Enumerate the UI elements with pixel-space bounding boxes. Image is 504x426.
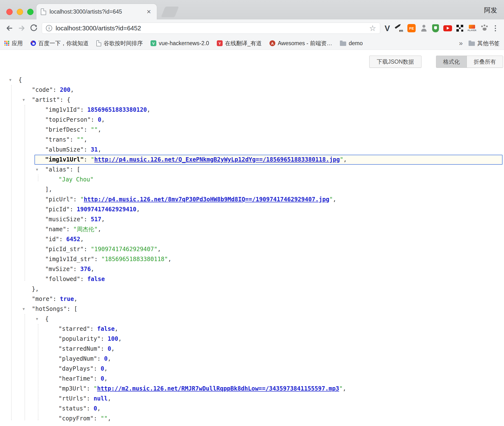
bookmark-item-awesomes[interactable]: Awesomes - 前端资… xyxy=(269,40,332,47)
json-token: : xyxy=(84,216,91,223)
json-token: , xyxy=(70,86,74,93)
json-token: , xyxy=(111,345,115,352)
json-token: "code" xyxy=(32,86,53,93)
format-button[interactable]: 格式化 xyxy=(436,56,467,68)
json-token: "picId_str" xyxy=(45,246,84,253)
json-token: "Jay Chou" xyxy=(59,176,94,183)
v-extension-icon[interactable] xyxy=(385,24,390,32)
json-url-link[interactable]: http://p4.music.126.net/8mv7qP30Pd3oHW8b… xyxy=(84,196,329,203)
bookmarks-overflow-icon[interactable] xyxy=(459,40,463,47)
youtube-extension-icon[interactable] xyxy=(443,25,452,31)
json-token: : xyxy=(84,246,91,253)
json-token: 0 xyxy=(94,405,97,412)
bookmark-item-youdao[interactable]: 在线翻译_有道 xyxy=(217,40,262,47)
back-button[interactable] xyxy=(3,22,16,34)
window-minimize-button[interactable] xyxy=(17,9,23,15)
json-line: ▼"alias": [ xyxy=(0,165,504,175)
window-zoom-button[interactable] xyxy=(27,9,34,15)
download-json-button[interactable]: 下载JSON数据 xyxy=(369,56,421,68)
shield-extension-icon[interactable] xyxy=(432,24,439,32)
json-token: : xyxy=(80,276,87,282)
json-token: , xyxy=(98,146,101,153)
json-token: , xyxy=(74,296,77,302)
bookmarks-bar-right: 其他书签 xyxy=(459,40,500,47)
bookmark-item-apps[interactable]: 应用 xyxy=(4,40,23,47)
json-line: "trans": "", xyxy=(0,135,504,145)
new-tab-button[interactable] xyxy=(161,7,179,17)
indent-guide xyxy=(38,175,38,181)
profile-name[interactable]: 阿发 xyxy=(484,6,497,15)
json-token: true xyxy=(60,296,74,302)
qrcode-extension-icon[interactable] xyxy=(456,25,463,32)
bookmark-item-baidu[interactable]: 百度一下，你就知道 xyxy=(31,40,89,47)
json-token: : xyxy=(59,236,66,243)
bookmark-item-demo[interactable]: demo xyxy=(340,40,363,47)
collapse-arrow-icon[interactable]: ▼ xyxy=(36,314,38,324)
bookmark-item-google-sort[interactable]: 谷歌按时间排序 xyxy=(96,40,143,47)
forward-button[interactable] xyxy=(16,22,28,34)
fehelper-extension-icon[interactable] xyxy=(407,24,416,32)
translate-label: en xyxy=(399,29,403,33)
collapse-arrow-icon[interactable]: ▼ xyxy=(9,75,11,85)
collapse-arrow-icon[interactable]: ▼ xyxy=(23,95,25,105)
json-token: 376 xyxy=(80,266,91,273)
json-token: "dayPlays" xyxy=(59,365,94,372)
collapse-arrow-icon[interactable]: ▼ xyxy=(36,165,38,175)
window-close-button[interactable] xyxy=(6,9,13,15)
json-token: 18569651883380120 xyxy=(87,106,147,113)
json-token: , xyxy=(118,335,122,342)
json-token: , xyxy=(136,206,140,213)
json-token: " xyxy=(94,385,97,392)
player-extension-icon[interactable]: PLAYER xyxy=(468,25,476,32)
collapse-arrow-icon[interactable]: ▼ xyxy=(23,304,25,314)
indent-guide xyxy=(11,85,12,420)
json-token: "mp3Url" xyxy=(59,385,87,392)
json-token: , xyxy=(91,266,94,273)
json-token: : xyxy=(94,256,101,263)
indent-guide xyxy=(25,105,25,281)
forward-arrow-icon xyxy=(17,24,26,32)
bookmark-label: 应用 xyxy=(12,40,23,47)
pen-icon xyxy=(395,24,400,29)
json-token: "19097417462929407" xyxy=(91,246,158,253)
json-token: "" xyxy=(91,126,98,133)
json-token: "img1v1Url" xyxy=(45,156,84,163)
bookmark-label: demo xyxy=(349,40,363,47)
browser-tab[interactable]: localhost:3000/artists?id=645 xyxy=(36,4,157,19)
chrome-menu-icon[interactable] xyxy=(490,22,501,34)
json-token: : xyxy=(90,325,97,332)
json-token: 31 xyxy=(91,146,98,153)
json-token: : xyxy=(70,136,77,143)
page-content: 下载JSON数据 格式化 折叠所有 ▼{"code": 200,▼"artist… xyxy=(0,50,504,426)
json-token: 0 xyxy=(101,375,104,382)
json-line: "name": "周杰伦", xyxy=(0,224,504,234)
page-favicon-icon xyxy=(96,40,101,46)
collapse-all-button[interactable]: 折叠所有 xyxy=(467,56,503,68)
json-line: "picUrl": "http://p4.music.126.net/8mv7q… xyxy=(0,195,504,204)
json-token: "name" xyxy=(45,226,66,233)
json-line: "picId": 19097417462929410, xyxy=(0,204,504,214)
bookmark-star-icon[interactable] xyxy=(369,24,376,32)
other-bookmarks[interactable]: 其他书签 xyxy=(469,40,500,47)
bookmark-item-vue-hackernews[interactable]: vue-hackernews-2.0 xyxy=(151,40,209,47)
json-token: : xyxy=(97,355,104,362)
json-line: "playedNum": 0, xyxy=(0,354,504,364)
json-token: "picId" xyxy=(45,206,70,213)
address-bar[interactable]: localhost:3000/artists?id=6452 xyxy=(42,23,380,34)
json-token: { xyxy=(18,77,22,83)
json-url-link[interactable]: http://p4.music.126.net/Q_ExePNkmgB2yWyL… xyxy=(94,156,340,163)
json-line: "musicSize": 517, xyxy=(0,214,504,224)
person-extension-icon[interactable] xyxy=(420,24,428,32)
json-line: "copyFrom": "", xyxy=(0,414,504,424)
player-label: PLAYER xyxy=(468,29,476,32)
json-line: "popularity": 100, xyxy=(0,334,504,344)
tab-close-icon[interactable] xyxy=(145,8,152,15)
paw-extension-icon[interactable] xyxy=(481,24,488,32)
window-controls xyxy=(6,9,34,15)
json-url-link[interactable]: http://m2.music.126.net/RMJR7wDullRqppBk… xyxy=(97,385,339,392)
json-token: : xyxy=(73,196,80,203)
json-token: "" xyxy=(101,415,108,422)
site-info-icon[interactable] xyxy=(46,25,52,31)
reload-button[interactable] xyxy=(28,22,40,34)
translate-pen-extension-icon[interactable]: en xyxy=(394,24,403,33)
